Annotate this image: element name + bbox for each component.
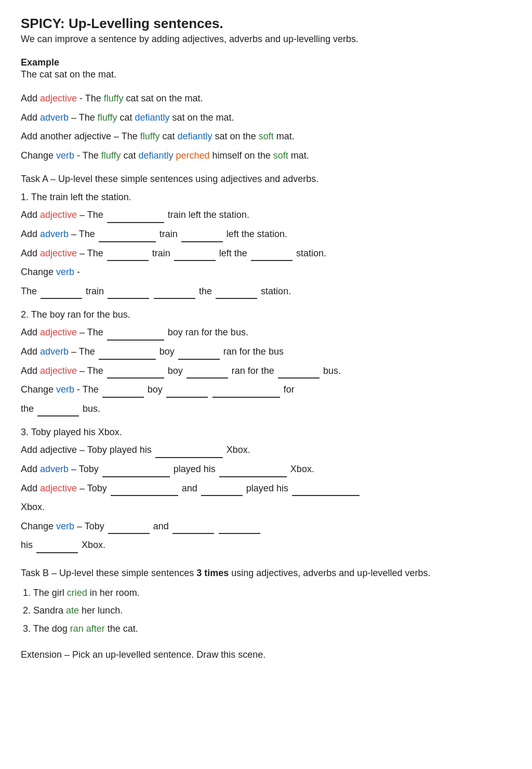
sentence-3-title: 3. Toby played his Xbox. bbox=[21, 427, 511, 438]
s1-adjective-label: adjective bbox=[40, 210, 77, 220]
task-b-item-3: 3. The dog ran after the cat. bbox=[23, 621, 511, 637]
s3-change-verb-2: his Xbox. bbox=[21, 537, 511, 553]
s3-blank-3 bbox=[219, 474, 287, 477]
sentence-1-title: 1. The train left the station. bbox=[21, 192, 511, 203]
s1-blank-8 bbox=[108, 296, 149, 299]
sentence-2-title: 2. The boy ran for the bus. bbox=[21, 309, 511, 320]
fluffy-3: fluffy bbox=[140, 131, 160, 141]
s3-add-adjective: Add adjective – Toby played his Xbox. bbox=[21, 442, 511, 458]
s1-blank-1 bbox=[107, 220, 164, 223]
s3-blank-2 bbox=[102, 474, 170, 477]
adverb-label-1: adverb bbox=[40, 112, 69, 123]
example-section: Example The cat sat on the mat. bbox=[21, 57, 511, 80]
s1-blank-3 bbox=[181, 239, 223, 242]
s2-add-adjective: Add adjective – The boy ran for the bus. bbox=[21, 324, 511, 341]
example-label: Example bbox=[21, 57, 511, 68]
s3-blank-10 bbox=[36, 550, 78, 553]
cried-label: cried bbox=[67, 588, 87, 598]
s2-adjective-label: adjective bbox=[40, 327, 77, 337]
add-line-4: Change verb - The fluffy cat defiantly p… bbox=[21, 148, 511, 164]
s3-blank-4 bbox=[111, 493, 178, 496]
task-b-item-2: 2. Sandra ate her lunch. bbox=[23, 603, 511, 619]
s3-add-adverb: Add adverb – Toby played his Xbox. bbox=[21, 461, 511, 477]
s2-blank-5 bbox=[187, 375, 228, 379]
s2-blank-8 bbox=[166, 395, 208, 398]
fluffy-4: fluffy bbox=[101, 150, 121, 161]
extension-text: Extension – Pick an up-levelled sentence… bbox=[21, 647, 511, 663]
sentence-1-section: 1. The train left the station. Add adjec… bbox=[21, 192, 511, 299]
task-b-list: 1. The girl cried in her room. 2. Sandra… bbox=[23, 585, 511, 637]
add-line-2: Add adverb – The fluffy cat defiantly sa… bbox=[21, 110, 511, 126]
defiantly-3: defiantly bbox=[138, 150, 173, 161]
task-b-item-1: 1. The girl cried in her room. bbox=[23, 585, 511, 601]
extension-section: Extension – Pick an up-levelled sentence… bbox=[21, 647, 511, 663]
s2-blank-1 bbox=[107, 337, 164, 341]
fluffy-1: fluffy bbox=[104, 93, 124, 103]
s2-change-verb: Change verb - The boy for bbox=[21, 382, 511, 398]
sentence-2-section: 2. The boy ran for the bus. Add adjectiv… bbox=[21, 309, 511, 416]
task-b-section: Task B – Up-level these simple sentences… bbox=[21, 566, 511, 637]
s2-blank-10 bbox=[37, 413, 79, 416]
s2-add-adjective-2: Add adjective – The boy ran for the bus. bbox=[21, 363, 511, 379]
s2-blank-9 bbox=[212, 395, 280, 398]
page-subtitle: We can improve a sentence by adding adje… bbox=[21, 34, 511, 45]
s2-blank-6 bbox=[278, 375, 320, 379]
s1-blank-4 bbox=[107, 258, 149, 261]
s1-verb-label: verb bbox=[56, 267, 74, 277]
add-prefix-1: Add bbox=[21, 93, 40, 103]
add-line-3: Add another adjective – The fluffy cat d… bbox=[21, 128, 511, 145]
fluffy-2: fluffy bbox=[98, 112, 117, 123]
s3-blank-6 bbox=[292, 493, 360, 496]
s1-adjective-label-2: adjective bbox=[40, 248, 77, 258]
s3-add-adjective-2b: Xbox. bbox=[21, 499, 511, 515]
s2-verb-label: verb bbox=[56, 384, 74, 395]
s1-adverb-label: adverb bbox=[40, 229, 69, 239]
s1-change-verb-2: The train the station. bbox=[21, 283, 511, 299]
s3-change-verb: Change verb – Toby and bbox=[21, 518, 511, 535]
s3-adjective-label-2: adjective bbox=[40, 483, 77, 493]
s2-blank-7 bbox=[102, 395, 144, 398]
task-a-title: Task A – Up-level these simple sentences… bbox=[21, 174, 511, 185]
s1-add-adjective-2: Add adjective – The train left the stati… bbox=[21, 245, 511, 262]
s1-blank-5 bbox=[174, 258, 216, 261]
s3-blank-7 bbox=[108, 531, 150, 534]
s3-verb-label: verb bbox=[56, 521, 74, 531]
s1-blank-6 bbox=[251, 258, 292, 261]
s2-adverb-label: adverb bbox=[40, 346, 69, 357]
s1-blank-9 bbox=[154, 296, 195, 299]
example-sentence: The cat sat on the mat. bbox=[21, 69, 511, 80]
s1-blank-2 bbox=[99, 239, 156, 242]
s1-blank-7 bbox=[41, 296, 82, 299]
s1-add-adverb: Add adverb – The train left the station. bbox=[21, 226, 511, 242]
ran-after-label: ran after bbox=[70, 623, 105, 634]
page-title: SPICY: Up-Levelling sentences. bbox=[21, 16, 511, 32]
add-lines-section: Add adjective - The fluffy cat sat on th… bbox=[21, 90, 511, 163]
perched-1: perched bbox=[174, 150, 210, 161]
s3-blank-8 bbox=[172, 531, 214, 534]
s1-add-adjective: Add adjective – The train left the stati… bbox=[21, 207, 511, 223]
s2-blank-2 bbox=[99, 357, 156, 360]
sentence-3-section: 3. Toby played his Xbox. Add adjective –… bbox=[21, 427, 511, 553]
s2-blank-3 bbox=[178, 357, 220, 360]
add-line-1: Add adjective - The fluffy cat sat on th… bbox=[21, 90, 511, 107]
s3-adverb-label: adverb bbox=[40, 464, 69, 474]
verb-label-1: verb bbox=[56, 150, 74, 161]
s3-blank-5 bbox=[201, 493, 243, 496]
ate-label: ate bbox=[66, 605, 79, 616]
defiantly-1: defiantly bbox=[135, 112, 170, 123]
s3-blank-9 bbox=[219, 531, 260, 534]
s3-add-adjective-2: Add adjective – Toby and played his bbox=[21, 480, 511, 497]
soft-1: soft bbox=[259, 131, 274, 141]
adjective-label-1: adjective bbox=[40, 93, 77, 103]
soft-2: soft bbox=[273, 150, 288, 161]
s2-add-adverb: Add adverb – The boy ran for the bus bbox=[21, 344, 511, 360]
task-b-title: Task B – Up-level these simple sentences… bbox=[21, 566, 511, 581]
s2-adjective-label-2: adjective bbox=[40, 366, 77, 376]
s2-change-verb-2: the bus. bbox=[21, 401, 511, 417]
s1-blank-10 bbox=[216, 296, 257, 299]
defiantly-2: defiantly bbox=[178, 131, 212, 141]
s2-blank-4 bbox=[107, 375, 164, 379]
s1-change-verb: Change verb - bbox=[21, 264, 511, 280]
s3-blank-1 bbox=[155, 455, 223, 458]
